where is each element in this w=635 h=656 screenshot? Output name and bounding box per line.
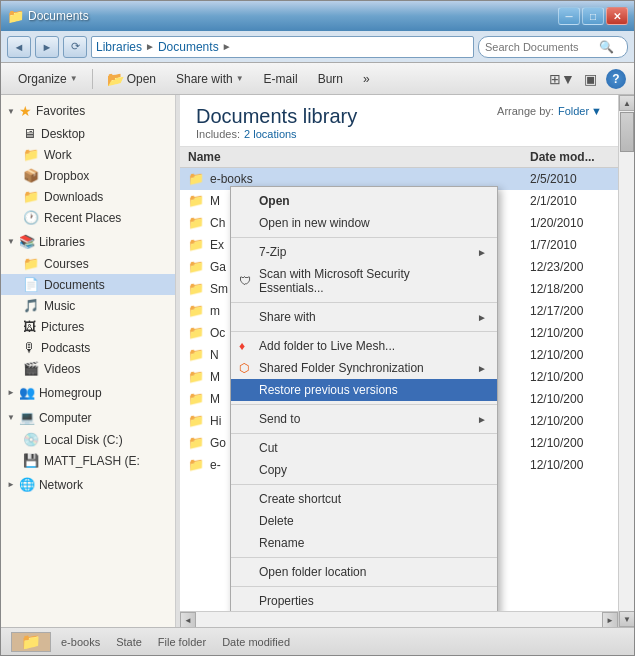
ctx-separator-1 xyxy=(231,237,497,238)
help-button[interactable]: ? xyxy=(606,69,626,89)
locations-link[interactable]: 2 locations xyxy=(244,128,297,140)
ctx-rename[interactable]: Rename xyxy=(231,532,497,554)
courses-icon: 📁 xyxy=(23,256,39,271)
sidebar-item-videos[interactable]: 🎬 Videos xyxy=(1,358,175,379)
ctx-7zip[interactable]: 7-Zip ► xyxy=(231,241,497,263)
v-scroll-track[interactable] xyxy=(619,111,634,611)
ctx-sendto-arrow-icon: ► xyxy=(477,414,487,425)
ctx-create-shortcut[interactable]: Create shortcut xyxy=(231,488,497,510)
computer-header[interactable]: ▼ 💻 Computer xyxy=(1,406,175,429)
email-button[interactable]: E-mail xyxy=(255,67,307,91)
search-box[interactable]: 🔍 xyxy=(478,36,628,58)
close-button[interactable]: ✕ xyxy=(606,7,628,25)
col-header-date[interactable]: Date mod... xyxy=(530,150,610,164)
includes-label: Includes: xyxy=(196,128,240,140)
h-scroll-right-button[interactable]: ► xyxy=(602,612,618,627)
h-scroll-track[interactable] xyxy=(196,612,602,627)
sidebar-item-documents[interactable]: 📄 Documents xyxy=(1,274,175,295)
recent-places-icon: 🕐 xyxy=(23,210,39,225)
file-folder-icon: 📁 xyxy=(188,347,204,362)
dropbox-icon: 📦 xyxy=(23,168,39,183)
maximize-button[interactable]: □ xyxy=(582,7,604,25)
v-scroll-up-button[interactable]: ▲ xyxy=(619,95,634,111)
file-list: 📁 e-books 2/5/2010 📁 M 2/1/2010 📁 Ch 1/2… xyxy=(180,168,618,611)
ctx-open[interactable]: Open xyxy=(231,190,497,212)
search-icon[interactable]: 🔍 xyxy=(599,40,614,54)
libraries-path-item[interactable]: Libraries xyxy=(96,40,142,54)
ctx-cut[interactable]: Cut xyxy=(231,437,497,459)
libraries-header[interactable]: ▼ 📚 Libraries xyxy=(1,230,175,253)
open-button[interactable]: 📂 Open xyxy=(98,67,165,91)
sidebar-item-downloads[interactable]: 📁 Downloads xyxy=(1,186,175,207)
v-scroll-thumb[interactable] xyxy=(620,112,634,152)
more-button[interactable]: » xyxy=(354,67,379,91)
view-options-button[interactable]: ⊞▼ xyxy=(550,68,574,90)
sidebar-item-work[interactable]: 📁 Work xyxy=(1,144,175,165)
pictures-icon: 🖼 xyxy=(23,319,36,334)
sidebar-item-matt-flash[interactable]: 💾 MATT_FLASH (E: xyxy=(1,450,175,471)
sidebar-item-courses[interactable]: 📁 Courses xyxy=(1,253,175,274)
file-date: 12/18/200 xyxy=(530,282,610,296)
library-includes: Includes: 2 locations xyxy=(196,128,357,140)
status-folder-name: e-books xyxy=(61,636,100,648)
ctx-7zip-arrow-icon: ► xyxy=(477,247,487,258)
favorites-group: ▼ ★ Favorites 🖥 Desktop 📁 Work 📦 Dr xyxy=(1,99,175,228)
ctx-open-new-window[interactable]: Open in new window xyxy=(231,212,497,234)
organize-chevron-icon: ▼ xyxy=(70,74,78,83)
sidebar-item-pictures[interactable]: 🖼 Pictures xyxy=(1,316,175,337)
address-path[interactable]: Libraries ► Documents ► xyxy=(91,36,474,58)
ctx-send-to[interactable]: Send to ► xyxy=(231,408,497,430)
h-scroll-left-button[interactable]: ◄ xyxy=(180,612,196,627)
homegroup-icon: 👥 xyxy=(19,385,35,400)
libraries-group: ▼ 📚 Libraries 📁 Courses 📄 Documents 🎵 xyxy=(1,230,175,379)
ctx-copy[interactable]: Copy xyxy=(231,459,497,481)
back-button[interactable]: ◄ xyxy=(7,36,31,58)
forward-button[interactable]: ► xyxy=(35,36,59,58)
sidebar-item-desktop[interactable]: 🖥 Desktop xyxy=(1,123,175,144)
explorer-window: 📁 Documents ─ □ ✕ ◄ ► ⟳ Libraries ► Docu… xyxy=(0,0,635,656)
sidebar-item-local-disk[interactable]: 💿 Local Disk (C:) xyxy=(1,429,175,450)
file-date: 12/17/200 xyxy=(530,304,610,318)
ctx-add-folder-live[interactable]: ♦ Add folder to Live Mesh... xyxy=(231,335,497,357)
ctx-restore-previous[interactable]: Restore previous versions xyxy=(231,379,497,401)
documents-path-item[interactable]: Documents xyxy=(158,40,219,54)
path-sep1: ► xyxy=(145,41,155,52)
refresh-button[interactable]: ⟳ xyxy=(63,36,87,58)
minimize-button[interactable]: ─ xyxy=(558,7,580,25)
vertical-scrollbar[interactable]: ▲ ▼ xyxy=(618,95,634,627)
downloads-folder-icon: 📁 xyxy=(23,189,39,204)
ctx-shared-folder-sync[interactable]: ⬡ Shared Folder Synchronization ► xyxy=(231,357,497,379)
burn-button[interactable]: Burn xyxy=(309,67,352,91)
organize-button[interactable]: Organize ▼ xyxy=(9,67,87,91)
sidebar-item-music[interactable]: 🎵 Music xyxy=(1,295,175,316)
sidebar-item-podcasts[interactable]: 🎙 Podcasts xyxy=(1,337,175,358)
ctx-scan-ms[interactable]: 🛡 Scan with Microsoft Security Essential… xyxy=(231,263,497,299)
preview-pane-button[interactable]: ▣ xyxy=(578,68,602,90)
search-input[interactable] xyxy=(485,41,595,53)
arrange-by-value[interactable]: Folder ▼ xyxy=(558,105,602,117)
ctx-properties[interactable]: Properties xyxy=(231,590,497,611)
refresh-icon: ⟳ xyxy=(71,40,80,53)
ctx-separator-7 xyxy=(231,557,497,558)
col-header-name[interactable]: Name xyxy=(188,150,530,164)
sidebar-item-recent-places[interactable]: 🕐 Recent Places xyxy=(1,207,175,228)
arrange-by-label: Arrange by: xyxy=(497,105,554,117)
ctx-share-with[interactable]: Share with ► xyxy=(231,306,497,328)
horizontal-scrollbar[interactable]: ◄ ► xyxy=(180,611,618,627)
network-header[interactable]: ► 🌐 Network xyxy=(1,473,175,496)
share-with-button[interactable]: Share with ▼ xyxy=(167,67,253,91)
v-scroll-down-button[interactable]: ▼ xyxy=(619,611,634,627)
file-folder-icon: 📁 xyxy=(188,435,204,450)
homegroup-header[interactable]: ► 👥 Homegroup xyxy=(1,381,175,404)
favorites-label: Favorites xyxy=(36,104,85,118)
sidebar-item-dropbox[interactable]: 📦 Dropbox xyxy=(1,165,175,186)
ctx-open-folder-location[interactable]: Open folder location xyxy=(231,561,497,583)
file-name: e-books xyxy=(210,172,524,186)
status-date-modified: Date modified xyxy=(222,636,290,648)
flash-drive-icon: 💾 xyxy=(23,453,39,468)
ctx-delete[interactable]: Delete xyxy=(231,510,497,532)
folder-open-icon: 📂 xyxy=(107,71,124,87)
favorites-header[interactable]: ▼ ★ Favorites xyxy=(1,99,175,123)
title-bar: 📁 Documents ─ □ ✕ xyxy=(1,1,634,31)
file-folder-icon: 📁 xyxy=(188,369,204,384)
